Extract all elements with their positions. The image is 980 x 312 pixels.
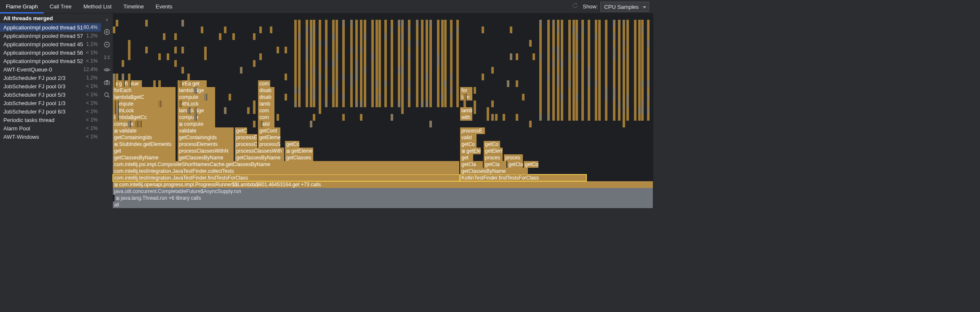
flame-frame[interactable] [561, 80, 564, 87]
flame-frame[interactable] [634, 100, 637, 107]
flame-frame[interactable] [360, 47, 363, 53]
flame-frame[interactable]: java.util.concurrent.CompletableFuture$A… [113, 188, 653, 195]
flame-frame[interactable] [350, 20, 353, 26]
flame-frame[interactable]: withLock [113, 107, 176, 114]
flame-frame[interactable] [605, 74, 608, 80]
flame-frame[interactable] [557, 100, 560, 107]
flame-frame[interactable] [375, 40, 378, 47]
flame-frame[interactable] [298, 94, 301, 100]
flame-frame[interactable] [444, 80, 447, 87]
flame-frame[interactable] [623, 47, 626, 53]
flame-frame[interactable] [618, 26, 621, 33]
flame-frame[interactable] [240, 67, 243, 74]
flame-frame[interactable] [336, 33, 338, 40]
flame-frame[interactable] [623, 67, 626, 74]
flame-frame[interactable] [384, 74, 387, 80]
flame-frame[interactable] [319, 107, 322, 114]
flame-frame[interactable] [437, 74, 440, 80]
flame-frame[interactable] [401, 74, 404, 80]
flame-frame[interactable] [441, 100, 444, 107]
flame-frame[interactable] [647, 94, 650, 100]
flame-frame[interactable] [623, 80, 626, 87]
flame-frame[interactable] [638, 107, 641, 114]
tab-method-list[interactable]: Method List [77, 0, 117, 13]
flame-frame[interactable] [605, 100, 608, 107]
flame-frame[interactable] [641, 80, 644, 87]
flame-frame[interactable] [581, 26, 584, 33]
flame-frame[interactable] [539, 20, 542, 26]
flame-frame[interactable] [364, 87, 367, 94]
flame-frame[interactable] [623, 100, 626, 107]
flame-frame[interactable] [401, 47, 404, 53]
flame-frame[interactable] [626, 60, 629, 67]
flame-frame[interactable]: compute [178, 94, 216, 100]
flame-frame[interactable]: getCo [484, 141, 501, 148]
flame-frame[interactable] [145, 47, 148, 53]
flame-frame[interactable] [613, 87, 616, 94]
flame-frame[interactable] [638, 74, 641, 80]
flame-frame[interactable] [568, 94, 571, 100]
flame-frame[interactable] [313, 94, 316, 100]
flame-frame[interactable] [450, 47, 453, 53]
flame-frame[interactable] [360, 40, 363, 47]
flame-frame[interactable] [557, 80, 560, 87]
flame-frame[interactable]: getElemen [258, 134, 281, 141]
flame-frame[interactable] [378, 40, 381, 47]
flame-frame[interactable]: KotlinTestFinder.findTestsForClass [460, 175, 586, 181]
flame-frame[interactable] [638, 26, 641, 33]
flame-frame[interactable] [336, 80, 338, 87]
flame-frame[interactable] [547, 40, 550, 47]
flame-frame[interactable] [342, 94, 345, 100]
flame-frame[interactable] [598, 60, 601, 67]
flame-frame[interactable]: disab [258, 94, 275, 100]
flame-frame[interactable] [557, 20, 560, 26]
flame-frame[interactable] [378, 87, 381, 94]
flame-frame[interactable] [647, 100, 650, 107]
flame-frame[interactable] [332, 87, 335, 94]
flame-frame[interactable] [313, 47, 316, 53]
flame-frame[interactable] [391, 47, 394, 53]
flame-frame[interactable] [310, 60, 313, 67]
flame-frame[interactable] [364, 74, 367, 80]
flame-frame[interactable]: get [460, 154, 474, 161]
flame-frame[interactable] [128, 80, 131, 87]
flame-frame[interactable] [641, 26, 644, 33]
flame-frame[interactable] [552, 60, 555, 67]
flame-frame[interactable] [588, 100, 591, 107]
flame-frame[interactable] [618, 47, 621, 53]
flame-frame[interactable] [598, 114, 601, 121]
flame-frame[interactable] [568, 100, 571, 107]
flame-frame[interactable] [623, 20, 626, 26]
flame-frame[interactable] [547, 33, 550, 40]
flame-frame[interactable] [634, 60, 637, 67]
flame-frame[interactable] [557, 67, 560, 74]
flame-frame[interactable] [552, 26, 555, 33]
flame-frame[interactable] [384, 20, 387, 26]
flame-frame[interactable] [450, 67, 453, 74]
flame-frame[interactable] [371, 100, 374, 107]
flame-frame[interactable] [336, 60, 338, 67]
tab-timeline[interactable]: Timeline [117, 0, 150, 13]
flame-frame[interactable] [647, 47, 650, 53]
flame-frame[interactable] [450, 94, 453, 100]
flame-frame[interactable] [306, 26, 309, 33]
flame-frame[interactable]: com [258, 114, 275, 121]
flame-frame[interactable] [350, 74, 353, 80]
flame-frame[interactable] [364, 67, 367, 74]
flame-frame[interactable] [371, 53, 374, 60]
flame-frame[interactable]: with [460, 114, 473, 121]
flame-frame[interactable] [360, 33, 363, 40]
flame-frame[interactable] [561, 53, 564, 60]
flame-frame[interactable] [450, 26, 453, 33]
flame-frame[interactable] [568, 40, 571, 47]
flame-frame[interactable]: get [113, 148, 176, 154]
flame-frame[interactable] [421, 87, 424, 94]
flame-frame[interactable] [426, 87, 429, 94]
flame-frame[interactable] [181, 47, 184, 53]
flame-frame[interactable] [310, 33, 313, 40]
flame-frame[interactable] [384, 33, 387, 40]
flame-frame[interactable] [253, 60, 256, 67]
flame-frame[interactable] [310, 121, 313, 127]
flame-frame[interactable] [371, 87, 374, 94]
show-select[interactable]: CPU Samples [600, 2, 649, 12]
